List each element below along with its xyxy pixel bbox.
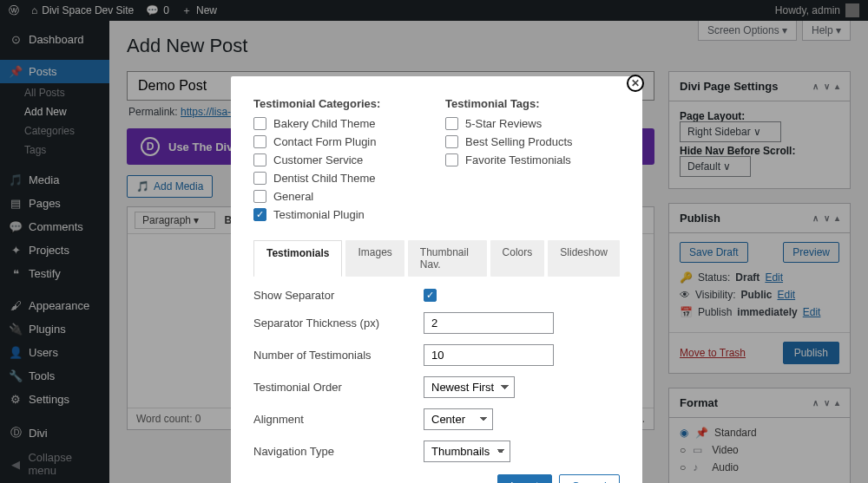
category-row[interactable]: Dentist Child Theme xyxy=(253,172,428,185)
close-button[interactable]: ✕ xyxy=(627,75,644,92)
category-label: Bakery Child Theme xyxy=(273,117,376,130)
show-separator-checkbox[interactable]: ✓ xyxy=(424,289,437,302)
tag-checkbox[interactable] xyxy=(445,153,458,166)
category-checkbox[interactable] xyxy=(253,190,266,203)
category-row[interactable]: ✓Testimonial Plugin xyxy=(253,208,428,221)
tag-row[interactable]: Best Selling Products xyxy=(445,135,620,148)
testimonial-order-label: Testimonial Order xyxy=(253,381,424,394)
tab-thumbnail-nav-[interactable]: Thumbnail Nav. xyxy=(408,240,487,277)
tag-row[interactable]: Favorite Testimonials xyxy=(445,153,620,166)
category-checkbox[interactable]: ✓ xyxy=(253,208,266,221)
tab-slideshow[interactable]: Slideshow xyxy=(548,240,620,277)
tag-checkbox[interactable] xyxy=(445,117,458,130)
show-separator-label: Show Separator xyxy=(253,289,424,302)
categories-heading: Testimonial Categories: xyxy=(253,97,428,110)
alignment-select[interactable]: Center xyxy=(424,408,493,430)
number-testimonials-label: Number of Testimonials xyxy=(253,349,424,362)
tag-label: Favorite Testimonials xyxy=(465,153,571,166)
testimonial-modal: ✕ Testimonial Categories: Bakery Child T… xyxy=(231,76,642,483)
category-checkbox[interactable] xyxy=(253,172,266,185)
category-label: Contact Form Plugin xyxy=(273,135,377,148)
cancel-button[interactable]: Cancel xyxy=(559,474,620,483)
insert-button[interactable]: Insert xyxy=(497,474,552,483)
category-label: Dentist Child Theme xyxy=(273,172,376,185)
category-label: Testimonial Plugin xyxy=(273,208,365,221)
tag-label: 5-Star Reviews xyxy=(465,117,542,130)
tabs: TestimonialsImagesThumbnail Nav.ColorsSl… xyxy=(253,240,620,277)
category-checkbox[interactable] xyxy=(253,135,266,148)
tab-colors[interactable]: Colors xyxy=(490,240,545,277)
category-row[interactable]: General xyxy=(253,190,428,203)
tab-testimonials[interactable]: Testimonials xyxy=(253,240,342,277)
tag-row[interactable]: 5-Star Reviews xyxy=(445,117,620,130)
tag-label: Best Selling Products xyxy=(465,135,573,148)
category-checkbox[interactable] xyxy=(253,153,266,166)
navigation-type-select[interactable]: Thumbnails xyxy=(424,441,510,462)
category-label: General xyxy=(273,190,313,203)
category-checkbox[interactable] xyxy=(253,117,266,130)
category-label: Customer Service xyxy=(273,153,363,166)
category-row[interactable]: Contact Form Plugin xyxy=(253,135,428,148)
tab-images[interactable]: Images xyxy=(345,240,404,277)
navigation-type-label: Navigation Type xyxy=(253,445,424,458)
close-icon: ✕ xyxy=(631,77,640,89)
tags-heading: Testimonial Tags: xyxy=(445,97,620,110)
alignment-label: Alignment xyxy=(253,413,424,426)
testimonial-order-select[interactable]: Newest First xyxy=(424,376,515,398)
tag-checkbox[interactable] xyxy=(445,135,458,148)
category-row[interactable]: Customer Service xyxy=(253,153,428,166)
category-row[interactable]: Bakery Child Theme xyxy=(253,117,428,130)
separator-thickness-label: Separator Thickness (px) xyxy=(253,317,424,330)
separator-thickness-input[interactable] xyxy=(424,312,554,334)
number-testimonials-input[interactable] xyxy=(424,344,554,366)
